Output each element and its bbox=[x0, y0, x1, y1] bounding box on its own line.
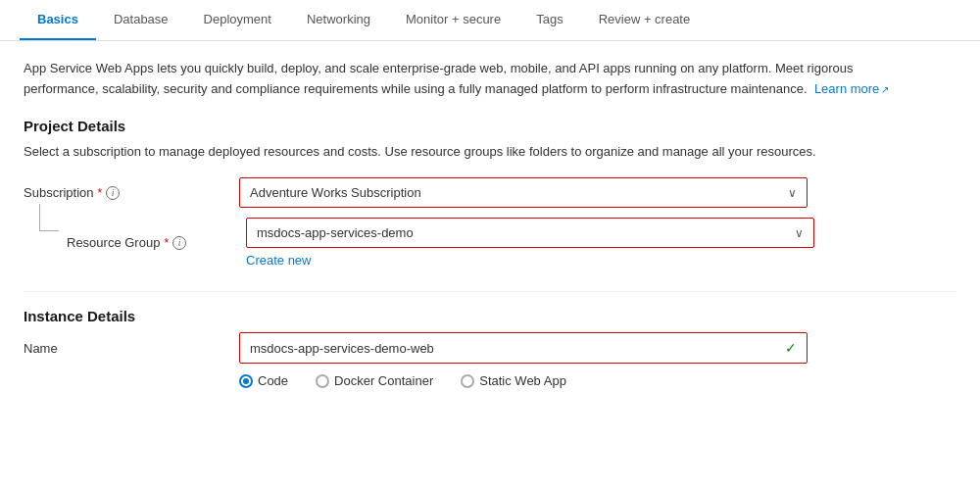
subscription-control-col: Adventure Works Subscription ∨ bbox=[239, 177, 808, 208]
instance-details-heading: Instance Details bbox=[24, 308, 956, 324]
tab-deployment[interactable]: Deployment bbox=[186, 0, 289, 40]
subscription-label: Subscription * i bbox=[24, 185, 239, 200]
radio-static-icon[interactable] bbox=[461, 374, 474, 388]
resource-group-row: Resource Group * i msdocs-app-services-d… bbox=[24, 218, 956, 268]
radio-docker-label: Docker Container bbox=[334, 373, 433, 388]
external-link-icon: ↗ bbox=[881, 84, 889, 95]
name-label-col: Name bbox=[24, 341, 239, 356]
subscription-row: Subscription * i Adventure Works Subscri… bbox=[24, 177, 956, 208]
section-divider bbox=[24, 291, 956, 292]
radio-code-label: Code bbox=[258, 373, 288, 388]
radio-code-icon[interactable] bbox=[239, 374, 253, 388]
subscription-label-text: Subscription bbox=[24, 185, 94, 200]
resource-group-info-icon[interactable]: i bbox=[172, 236, 186, 250]
radio-docker-icon[interactable] bbox=[316, 374, 329, 388]
resource-group-value: msdocs-app-services-demo bbox=[257, 225, 414, 240]
main-content: App Service Web Apps lets you quickly bu… bbox=[0, 41, 980, 429]
resource-group-dropdown[interactable]: msdocs-app-services-demo ∨ bbox=[246, 218, 814, 248]
publish-option-docker[interactable]: Docker Container bbox=[316, 373, 433, 388]
publish-radio-row: Code Docker Container Static Web App bbox=[24, 373, 956, 388]
subscription-required-star: * bbox=[98, 186, 103, 200]
tab-tags[interactable]: Tags bbox=[518, 0, 580, 40]
tab-database[interactable]: Database bbox=[96, 0, 186, 40]
subscription-info-icon[interactable]: i bbox=[106, 186, 120, 200]
name-label: Name bbox=[24, 341, 239, 356]
app-description: App Service Web Apps lets you quickly bu… bbox=[24, 59, 906, 100]
name-input[interactable]: msdocs-app-services-demo-web ✓ bbox=[239, 332, 808, 364]
learn-more-link[interactable]: Learn more bbox=[814, 81, 879, 96]
resource-group-label: Resource Group * i bbox=[67, 235, 246, 250]
resource-group-label-text: Resource Group bbox=[67, 235, 160, 250]
subscription-chevron-icon: ∨ bbox=[788, 186, 797, 200]
name-value: msdocs-app-services-demo-web bbox=[250, 341, 434, 356]
description-text: App Service Web Apps lets you quickly bu… bbox=[24, 61, 853, 96]
tab-review-create[interactable]: Review + create bbox=[581, 0, 709, 40]
instance-details-section: Instance Details Name msdocs-app-service… bbox=[24, 308, 956, 388]
project-details-heading: Project Details bbox=[24, 118, 956, 134]
tab-monitor-secure[interactable]: Monitor + secure bbox=[388, 0, 518, 40]
tab-bar: Basics Database Deployment Networking Mo… bbox=[0, 0, 980, 41]
check-icon: ✓ bbox=[785, 340, 797, 356]
project-details-desc: Select a subscription to manage deployed… bbox=[24, 142, 906, 163]
name-control-col: msdocs-app-services-demo-web ✓ bbox=[239, 332, 808, 364]
tab-basics[interactable]: Basics bbox=[20, 0, 96, 40]
publish-option-static[interactable]: Static Web App bbox=[461, 373, 566, 388]
subscription-label-col: Subscription * i bbox=[24, 185, 239, 200]
radio-static-label: Static Web App bbox=[479, 373, 566, 388]
resource-group-required-star: * bbox=[164, 236, 169, 250]
tab-networking[interactable]: Networking bbox=[289, 0, 388, 40]
resource-group-chevron-icon: ∨ bbox=[795, 226, 804, 240]
subscription-value: Adventure Works Subscription bbox=[250, 185, 421, 200]
resource-group-label-col: Resource Group * i bbox=[67, 235, 246, 250]
publish-option-code[interactable]: Code bbox=[239, 373, 288, 388]
subscription-dropdown[interactable]: Adventure Works Subscription ∨ bbox=[239, 177, 808, 208]
tree-connector bbox=[39, 204, 59, 231]
project-details-section: Project Details Select a subscription to… bbox=[24, 118, 956, 269]
name-row: Name msdocs-app-services-demo-web ✓ bbox=[24, 332, 956, 364]
create-new-link[interactable]: Create new bbox=[246, 253, 311, 268]
resource-group-control-col: msdocs-app-services-demo ∨ Create new bbox=[246, 218, 814, 268]
